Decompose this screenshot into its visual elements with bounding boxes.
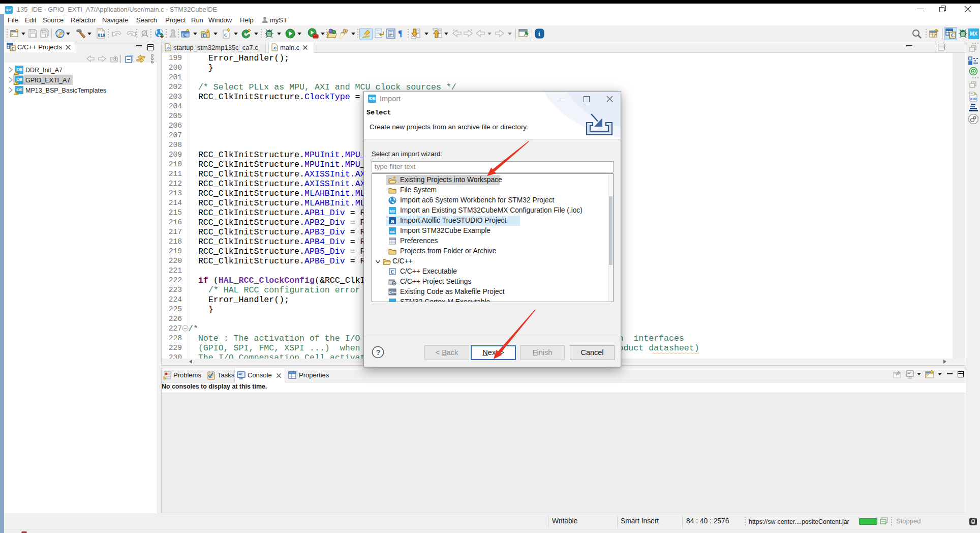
- svg-text:010: 010: [98, 33, 105, 38]
- svg-text:C: C: [951, 33, 955, 38]
- svg-text:C++: C++: [388, 290, 396, 295]
- svg-text:i: i: [538, 30, 540, 38]
- svg-text:C: C: [203, 34, 206, 38]
- svg-text:010: 010: [970, 97, 977, 101]
- svg-text:.c: .c: [273, 45, 277, 50]
- svg-text:IDE: IDE: [390, 302, 395, 303]
- svg-text:C: C: [183, 33, 187, 38]
- svg-text:C: C: [12, 46, 15, 51]
- svg-text:C: C: [224, 33, 228, 38]
- svg-text:IDE: IDE: [390, 230, 395, 233]
- svg-text:a: a: [391, 218, 394, 225]
- svg-text:.c: .c: [166, 45, 170, 50]
- svg-text:MX: MX: [389, 209, 395, 214]
- svg-text:C: C: [391, 270, 394, 275]
- svg-text:?: ?: [376, 348, 381, 357]
